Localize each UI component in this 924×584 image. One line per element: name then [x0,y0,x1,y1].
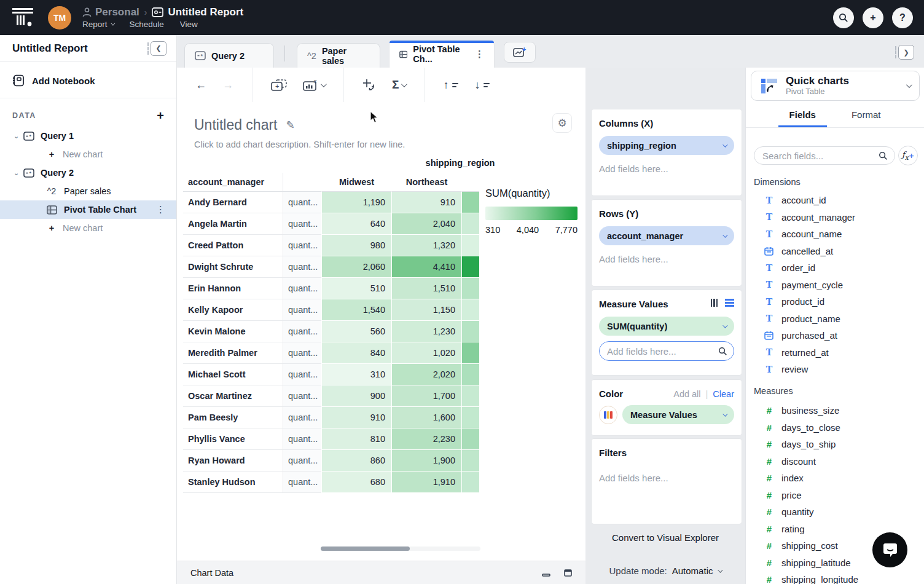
row-label[interactable]: Pam Beesly [183,407,283,428]
menu-schedule[interactable]: Schedule [130,20,164,29]
value-cell-midwest[interactable]: 1,540 [321,299,391,321]
tab-paper-sales[interactable]: ^2 Paper sales [297,43,380,68]
value-cell-midwest[interactable]: 860 [321,450,391,472]
field-item-product_id[interactable]: Tproduct_id [746,293,924,310]
sort-descending-button[interactable]: ↓ [474,79,490,92]
value-cell-midwest[interactable]: 510 [321,278,391,299]
collapse-sidebar-button[interactable]: ❮ [151,41,166,56]
remove-chart-button[interactable]: × [303,79,325,91]
value-cell-midwest[interactable]: 560 [321,321,391,342]
measure-field-pill[interactable]: SUM(quantity) [599,317,734,336]
row-label[interactable]: Ryan Howard [183,450,283,472]
collapse-right-panel-button[interactable]: ❯ [898,45,914,60]
expand-panel-icon[interactable] [564,569,572,577]
row-label[interactable]: Michael Scott [183,364,283,385]
field-item-payment_cycle[interactable]: Tpayment_cycle [746,277,924,294]
value-cell-midwest[interactable]: 640 [321,213,391,235]
add-formula-button[interactable]: ƒx+ [898,146,918,165]
chevron-down-icon[interactable]: ⌄ [14,169,22,177]
edit-pencil-icon[interactable]: ✎ [286,119,295,132]
row-label[interactable]: Erin Hannon [183,278,283,299]
sidebar-item-query-1[interactable]: ⌄*Query 1 [0,127,176,145]
value-cell-northeast[interactable]: 2,020 [391,364,461,385]
filters-add-fields-hint[interactable]: Add fields here... [599,473,734,483]
value-cell-northeast[interactable]: 1,910 [391,472,461,493]
duplicate-chart-button[interactable]: + [271,79,287,91]
value-cell-northeast[interactable]: 1,020 [391,342,461,364]
color-palette-icon[interactable] [599,406,617,424]
value-cell-northeast[interactable]: 1,150 [391,299,461,321]
column-header-midwest[interactable]: Midwest [321,173,391,192]
value-cell-midwest[interactable]: 840 [321,342,391,364]
field-item-account_id[interactable]: Taccount_id [746,192,924,209]
undo-button[interactable]: ← [195,79,206,92]
tab-pivot-table-chart[interactable]: Pivot Table Ch... ⋮ [389,40,495,68]
value-cell-northeast[interactable]: 1,600 [391,407,461,428]
chart-description-placeholder[interactable]: Click to add chart description. Shift-en… [177,133,585,149]
value-cell-northeast[interactable]: 4,410 [391,256,461,278]
sidebar-item-query-2[interactable]: ⌄*Query 2 [0,164,176,182]
sidebar-item-new-chart[interactable]: +New chart [0,219,176,237]
chevron-down-icon[interactable]: ⌄ [14,132,22,140]
sidebar-item-new-chart[interactable]: +New chart [0,145,176,164]
menu-report[interactable]: Report [82,20,114,29]
tab-query-2[interactable]: * Query 2 [184,43,274,68]
row-label[interactable]: Oscar Martinez [183,385,283,407]
field-item-order_id[interactable]: Torder_id [746,259,924,277]
new-chart-tab-button[interactable]: + [504,42,536,63]
rows-layout-icon[interactable] [725,299,734,307]
row-label[interactable]: Angela Martin [183,213,283,235]
value-cell-midwest[interactable]: 910 [321,407,391,428]
add-all-link[interactable]: Add all [673,389,700,399]
tab-fields[interactable]: Fields [789,109,816,120]
horizontal-scrollbar-thumb[interactable] [321,547,410,551]
field-item-days_to_ship[interactable]: #days_to_ship [746,436,924,453]
value-cell-northeast[interactable]: 1,320 [391,235,461,256]
field-item-cancelled_at[interactable]: cancelled_at [746,243,924,260]
clear-link[interactable]: Clear [713,389,734,399]
field-item-price[interactable]: #price [746,487,924,504]
sidebar-item-paper-sales[interactable]: ^2Paper sales [0,182,176,200]
value-cell-northeast[interactable]: 1,230 [391,321,461,342]
search-fields-input[interactable] [754,146,895,165]
tab-options-kebab-icon[interactable]: ⋮ [475,49,484,60]
color-field-pill[interactable]: Measure Values [622,405,734,424]
row-label[interactable]: Phyllis Vance [183,428,283,450]
row-label[interactable]: Meredith Palmer [183,342,283,364]
redo-button[interactable]: → [222,79,233,92]
field-item-review[interactable]: Treview [746,361,924,378]
row-label[interactable]: Stanley Hudson [183,472,283,493]
rows-add-fields-hint[interactable]: Add fields here... [599,254,734,264]
value-cell-midwest[interactable]: 680 [321,472,391,493]
column-header-northeast[interactable]: Northeast [391,173,461,192]
field-item-account_name[interactable]: Taccount_name [746,226,924,243]
aggregate-button[interactable]: Σ [392,78,405,92]
row-label[interactable]: Kevin Malone [183,321,283,342]
value-cell-midwest[interactable]: 810 [321,428,391,450]
workspace-crumb[interactable]: Personal [82,6,139,18]
value-cell-midwest[interactable]: 1,190 [321,192,391,213]
columns-field-pill[interactable]: shipping_region [599,136,734,155]
field-item-account_manager[interactable]: Taccount_manager [746,209,924,226]
row-label[interactable]: Andy Bernard [183,192,283,213]
value-cell-northeast[interactable]: 1,700 [391,385,461,407]
sort-ascending-button[interactable]: ↑ [443,79,458,92]
add-data-button[interactable]: + [157,109,164,122]
row-label[interactable]: Dwight Schrute [183,256,283,278]
convert-to-visual-explorer-button[interactable]: Convert to Visual Explorer [585,532,745,543]
tab-format[interactable]: Format [852,109,881,120]
item-options-kebab-icon[interactable]: ⋮ [156,204,165,215]
value-cell-northeast[interactable]: 2,230 [391,428,461,450]
add-button[interactable]: + [863,7,883,28]
rows-field-pill[interactable]: account_manager [599,226,734,245]
row-label[interactable]: Kelly Kapoor [183,299,283,321]
minimize-panel-icon[interactable] [542,569,550,577]
row-label[interactable]: Creed Patton [183,235,283,256]
add-notebook-button[interactable]: Add Notebook [0,62,176,98]
quick-charts-selector[interactable]: Quick charts Pivot Table [751,71,920,101]
field-item-days_to_close[interactable]: #days_to_close [746,419,924,436]
sidebar-item-pivot-table-chart[interactable]: Pivot Table Chart⋮ [0,200,176,219]
field-item-business_size[interactable]: #business_size [746,402,924,419]
field-item-returned_at[interactable]: Treturned_at [746,344,924,361]
chart-title[interactable]: Untitled chart [194,117,278,133]
